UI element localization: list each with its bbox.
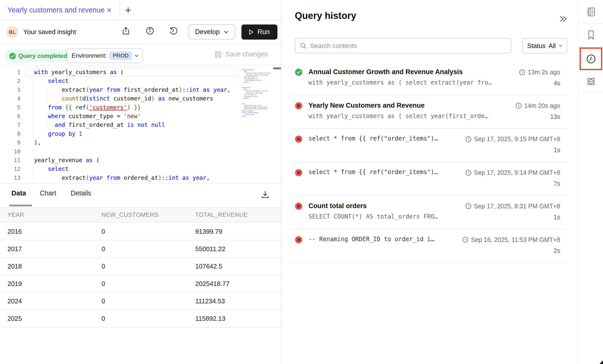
query-title: Annual Customer Growth and Revenue Analy… (308, 68, 463, 76)
check-circle-icon (9, 53, 16, 59)
minimap-line: sum(order_total) as total_revenue (242, 92, 259, 94)
table-row[interactable]: 20180107642.5 (0, 258, 281, 275)
environment-selector[interactable]: Environment: PROD (67, 48, 143, 63)
status-error-icon (295, 169, 302, 176)
table-row[interactable]: 20170550011.22 (0, 240, 281, 258)
table-cell: 2025418.77 (195, 280, 281, 288)
table-cell: 115892.13 (195, 315, 281, 322)
query-timestamp: Sep 17, 2025, 8:31 PM GMT+8 (465, 203, 560, 210)
share-icon[interactable] (121, 26, 130, 35)
environment-label: Environment: (72, 52, 107, 59)
chevron-down-icon (224, 30, 229, 34)
app-window: Yearly customers and revenue BL Your sav… (0, 0, 603, 364)
download-icon[interactable] (261, 190, 270, 199)
column-new-customers[interactable]: NEW_CUSTOMERS (101, 211, 195, 218)
develop-button[interactable]: Develop (189, 24, 235, 40)
table-body: 2016091399.7920170550011.2220180107642.5… (0, 223, 281, 327)
code-line: yearly_revenue as ( (26, 156, 238, 165)
tab-chart[interactable]: Chart (40, 189, 56, 197)
search-box[interactable] (295, 38, 511, 53)
query-history-item[interactable]: Count total ordersSep 17, 2025, 8:31 PM … (291, 196, 567, 229)
tab-yearly-customers[interactable]: Yearly customers and revenue (7, 6, 105, 14)
minimap-line: group by 1 (242, 97, 259, 99)
table-cell: 0 (101, 280, 195, 288)
clock-icon (519, 69, 525, 76)
clock-icon (462, 236, 469, 243)
status-error-icon (295, 136, 302, 143)
panel-divider (281, 0, 281, 364)
collapse-panel-icon[interactable] (557, 14, 568, 23)
search-input[interactable] (310, 42, 506, 50)
rail-separator (579, 46, 603, 47)
table-cell: 0 (101, 245, 195, 253)
clock-icon (465, 136, 472, 142)
minimap-line: where customer_type = 'new' (242, 78, 259, 79)
save-changes-button[interactable]: Save changes (214, 50, 268, 58)
query-history-item[interactable]: select * from {{ ref("order_items")…Sep … (291, 129, 567, 162)
query-history-item[interactable]: -- Renaming ORDER_ID to order_id i…Sep 1… (291, 229, 567, 263)
table-row[interactable]: 20250115892.13 (0, 310, 281, 327)
table-cell: 107642.5 (195, 263, 281, 270)
query-history-item[interactable]: Annual Customer Growth and Revenue Analy… (291, 62, 567, 95)
info-icon[interactable] (146, 26, 154, 35)
bookmark-icon[interactable] (586, 30, 596, 40)
line-number: 12 (0, 165, 20, 173)
minimap-line: from {{ ref('orders') }} (242, 94, 259, 95)
tab-data[interactable]: Data (11, 189, 26, 197)
line-number: 7 (0, 121, 20, 129)
code-line: select (26, 77, 238, 85)
query-duration: 2s (554, 247, 560, 254)
avatar[interactable]: BL (6, 26, 18, 38)
sql-editor[interactable]: 12345678910111213 with yearly_customers … (0, 65, 281, 183)
save-changes-label: Save changes (225, 50, 268, 58)
query-title: -- Renaming ORDER_ID to order_id i… (308, 236, 434, 243)
column-year[interactable]: YEAR (7, 211, 101, 218)
editor-minimap[interactable]: with yearly_customers as ( select extrac… (242, 69, 273, 117)
query-history-item[interactable]: Yearly New Customers and Revenue14m 20s … (291, 95, 567, 129)
compass-icon[interactable] (586, 76, 597, 87)
clock-icon[interactable] (586, 53, 597, 64)
query-duration: 1s (554, 214, 560, 221)
line-number: 8 (0, 130, 20, 138)
table-cell: 550011.22 (195, 245, 281, 253)
table-cell: 0 (101, 315, 195, 322)
code-line: select (26, 165, 238, 173)
develop-label: Develop (195, 28, 220, 36)
run-button[interactable]: Run (241, 24, 277, 40)
code-line: extract(year from first_ordered_at)::int… (26, 86, 238, 94)
clock-icon (465, 203, 472, 209)
tab-close-icon[interactable] (106, 7, 112, 13)
query-timestamp: Sep 17, 2025, 9:14 PM GMT+8 (465, 169, 560, 176)
chevron-down-icon (135, 54, 139, 57)
line-number: 11 (0, 156, 20, 165)
status-filter-dropdown[interactable]: Status All (522, 38, 567, 53)
table-row[interactable]: 201902025418.77 (0, 275, 281, 293)
code-line: where customer_type = 'new' (26, 112, 238, 121)
table-row[interactable]: 2016091399.79 (0, 223, 281, 240)
minimap-line: ) (242, 99, 259, 101)
line-number: 6 (0, 112, 20, 121)
editor-border (0, 183, 281, 183)
query-history-item[interactable]: select * from {{ ref("order_items")…Sep … (291, 162, 567, 196)
status-error-icon (295, 203, 302, 210)
line-number: 9 (0, 138, 20, 147)
status-success-icon (295, 69, 302, 76)
query-title: select * from {{ ref("order_items")… (308, 135, 438, 142)
table-cell: 2024 (7, 297, 101, 305)
minimap-line: coalesce(yc.year, yr.year) as year, (242, 104, 259, 106)
save-icon (214, 51, 222, 58)
notebook-icon[interactable] (586, 7, 596, 17)
line-number: 5 (0, 103, 20, 112)
minimap-line: ), (242, 83, 259, 85)
table-row[interactable]: 20240111234.53 (0, 293, 281, 310)
tab-details[interactable]: Details (71, 189, 91, 197)
editor-scrollbar[interactable] (273, 67, 281, 69)
column-total-revenue[interactable]: TOTAL_REVENUE (195, 211, 281, 218)
table-cell: 0 (101, 263, 195, 270)
minimap-line: group by 1 (242, 81, 259, 83)
query-timestamp: Sep 16, 2025, 11:53 PM GMT+8 (462, 236, 560, 243)
version-history-icon[interactable] (169, 26, 178, 35)
clock-icon (465, 170, 472, 176)
new-tab-button[interactable] (124, 6, 132, 14)
status-error-icon (295, 102, 302, 109)
